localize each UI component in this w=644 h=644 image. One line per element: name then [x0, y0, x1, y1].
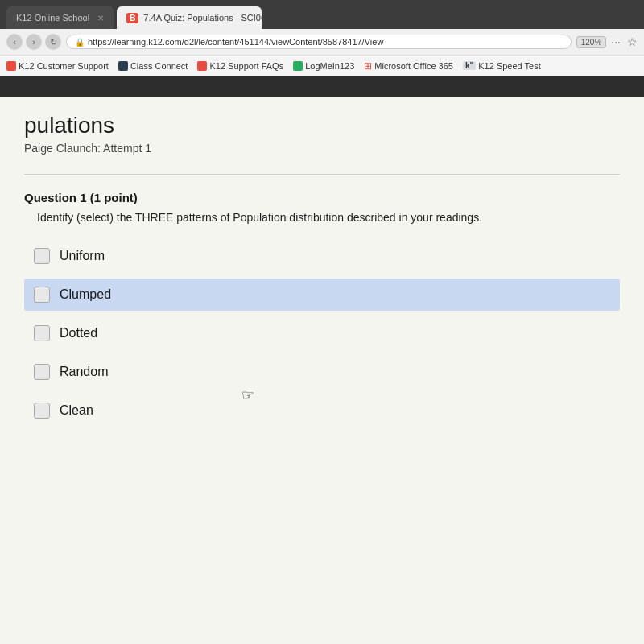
address-text: https://learning.k12.com/d2l/le/content/… — [88, 37, 383, 47]
answer-label-dotted: Dotted — [60, 326, 97, 341]
tab-k12-close[interactable]: ✕ — [97, 14, 104, 23]
checkbox-dotted[interactable] — [34, 325, 50, 341]
bookmarks-bar: K12 Customer Support Class Connect K12 S… — [0, 55, 644, 76]
tab-k12[interactable]: K12 Online School ✕ — [6, 6, 114, 29]
zoom-badge: 120% — [576, 36, 607, 48]
checkbox-clumped[interactable] — [34, 287, 50, 303]
tab-quiz[interactable]: B 7.4A Quiz: Populations - SCI06 : ✕ — [117, 6, 262, 29]
answer-option-clumped[interactable]: Clumped — [24, 279, 620, 311]
divider — [24, 174, 620, 175]
answer-label-random: Random — [60, 365, 108, 379]
bookmark-office365-label: Microsoft Office 365 — [374, 61, 453, 71]
browser-chrome: K12 Online School ✕ B 7.4A Quiz: Populat… — [0, 0, 644, 97]
bookmark-office365-icon: ⊞ — [364, 60, 372, 72]
question-header: Question 1 (1 point) — [24, 191, 620, 204]
toolbar-icons: ··· ☆ — [611, 35, 638, 48]
bookmark-office365[interactable]: ⊞ Microsoft Office 365 — [364, 60, 453, 72]
page-title: pulations — [24, 113, 620, 138]
bookmark-k12-support-icon — [6, 61, 16, 71]
tab-bar: K12 Online School ✕ B 7.4A Quiz: Populat… — [0, 0, 644, 29]
answer-option-clean[interactable]: Clean — [24, 394, 620, 427]
bookmark-logmein-icon — [293, 61, 303, 71]
address-bar[interactable]: 🔒 https://learning.k12.com/d2l/le/conten… — [66, 35, 572, 49]
tab-quiz-icon: B — [126, 13, 138, 23]
answer-label-uniform: Uniform — [60, 249, 105, 263]
back-button[interactable]: ‹ — [6, 34, 23, 50]
bookmark-k12-support[interactable]: K12 Customer Support — [6, 61, 109, 71]
page-subtitle: Paige Claunch: Attempt 1 — [24, 142, 620, 155]
checkbox-clean[interactable] — [34, 402, 50, 419]
bookmark-icon[interactable]: ☆ — [627, 35, 638, 48]
checkbox-random[interactable] — [34, 364, 50, 380]
nav-buttons: ‹ › ↻ — [6, 34, 61, 50]
refresh-button[interactable]: ↻ — [45, 34, 61, 50]
bookmark-k12-faqs[interactable]: K12 Support FAQs — [197, 61, 283, 71]
bookmark-speed-test-label: K12 Speed Test — [478, 61, 540, 71]
tab-k12-label: K12 Online School — [16, 13, 89, 23]
lock-icon: 🔒 — [75, 38, 85, 47]
checkbox-uniform[interactable] — [34, 248, 50, 264]
bookmark-logmein[interactable]: LogMeIn123 — [293, 61, 354, 71]
answer-label-clumped: Clumped — [60, 287, 111, 302]
bookmark-k12-support-label: K12 Customer Support — [19, 61, 109, 71]
bookmark-k12-faqs-icon — [197, 61, 207, 71]
menu-icon[interactable]: ··· — [611, 35, 621, 48]
bookmark-k12-faqs-label: K12 Support FAQs — [209, 61, 283, 71]
answer-option-random[interactable]: Random — [24, 356, 620, 388]
bookmark-class-connect[interactable]: Class Connect — [118, 61, 188, 71]
bookmark-speed-test[interactable]: k" K12 Speed Test — [463, 61, 541, 71]
answer-options-list: Uniform Clumped Dotted Random Clean — [24, 240, 620, 427]
bookmark-class-connect-label: Class Connect — [130, 61, 188, 71]
answer-option-dotted[interactable]: Dotted — [24, 317, 620, 349]
bookmark-speed-test-icon: k" — [463, 61, 476, 70]
forward-button[interactable]: › — [26, 34, 42, 50]
bookmark-class-connect-icon — [118, 61, 128, 71]
answer-option-uniform[interactable]: Uniform — [24, 240, 620, 272]
content-area: pulations Paige Claunch: Attempt 1 Quest… — [0, 97, 644, 644]
bookmark-logmein-label: LogMeIn123 — [305, 61, 354, 71]
address-bar-row: ‹ › ↻ 🔒 https://learning.k12.com/d2l/le/… — [0, 29, 644, 55]
question-text: Identify (select) the THREE patterns of … — [24, 211, 620, 224]
answer-label-clean: Clean — [60, 403, 93, 418]
tab-quiz-label: 7.4A Quiz: Populations - SCI06 : — [143, 13, 262, 23]
